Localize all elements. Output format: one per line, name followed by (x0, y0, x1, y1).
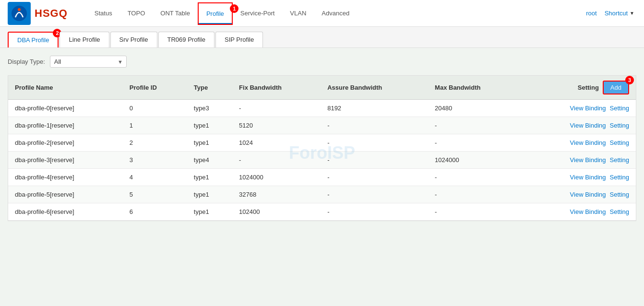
cell-type: type1 (187, 134, 232, 152)
display-type-select[interactable]: All Type1 Type2 Type3 Type4 (50, 56, 127, 68)
col-assure-bandwidth: Assure Bandwidth (321, 76, 428, 100)
view-binding-link[interactable]: View Binding (570, 139, 606, 146)
nav-profile-label: Profile (206, 10, 224, 17)
cell-type: type4 (187, 152, 232, 169)
cell-assure-bandwidth: - (321, 203, 428, 221)
cell-profile-name: dba-profile-6[reserve] (8, 203, 123, 221)
col-profile-name: Profile Name (8, 76, 123, 100)
cell-profile-name: dba-profile-1[reserve] (8, 117, 123, 134)
view-binding-link[interactable]: View Binding (570, 156, 606, 164)
content: Display Type: All Type1 Type2 Type3 Type… (0, 48, 644, 229)
table-row: dba-profile-3[reserve] 3 type4 - - 10240… (8, 152, 636, 169)
sub-tab-srv-profile[interactable]: Srv Profile (110, 32, 157, 47)
setting-link[interactable]: Setting (610, 191, 629, 198)
cell-assure-bandwidth: - (321, 186, 428, 203)
cell-profile-id: 6 (123, 203, 187, 221)
col-setting: Setting Add 3 (521, 76, 636, 100)
table-body: dba-profile-0[reserve] 0 type3 - 8192 20… (8, 100, 636, 221)
cell-type: type3 (187, 100, 232, 117)
cell-profile-id: 1 (123, 117, 187, 134)
dba-profile-label: DBA Profile (17, 36, 49, 44)
header: HSGQ Status TOPO ONT Table Profile 1 Ser… (0, 0, 644, 27)
view-binding-link[interactable]: View Binding (570, 191, 606, 198)
sub-tab-sip-profile[interactable]: SIP Profile (215, 32, 263, 47)
badge-3: 3 (625, 76, 634, 84)
nav-shortcut[interactable]: Shortcut ▼ (603, 10, 636, 17)
nav-item-advanced[interactable]: Advanced (314, 1, 357, 25)
cell-profile-id: 2 (123, 134, 187, 152)
setting-link[interactable]: Setting (610, 208, 629, 215)
logo-icon (8, 2, 31, 25)
cell-fix-bandwidth: 32768 (232, 186, 321, 203)
cell-assure-bandwidth: - (321, 117, 428, 134)
nav-right: root Shortcut ▼ (582, 10, 636, 17)
col-profile-id: Profile ID (123, 76, 187, 100)
cell-max-bandwidth: - (428, 169, 521, 186)
nav-user: root (582, 10, 600, 17)
cell-profile-id: 5 (123, 186, 187, 203)
cell-profile-id: 3 (123, 152, 187, 169)
cell-fix-bandwidth: 102400 (232, 203, 321, 221)
setting-link[interactable]: Setting (610, 105, 629, 112)
setting-col-label: Setting (578, 84, 599, 91)
nav-item-topo[interactable]: TOPO (120, 1, 153, 25)
table-row: dba-profile-6[reserve] 6 type1 102400 - … (8, 203, 636, 221)
sub-tab-tr069-profile[interactable]: TR069 Profile (158, 32, 215, 47)
add-button[interactable]: Add (603, 81, 629, 94)
cell-max-bandwidth: 1024000 (428, 152, 521, 169)
sub-tab-line-profile[interactable]: Line Profile (60, 32, 109, 47)
cell-setting-actions: View Binding Setting (521, 169, 636, 186)
cell-type: type1 (187, 186, 232, 203)
view-binding-link[interactable]: View Binding (570, 122, 606, 129)
cell-setting-actions: View Binding Setting (521, 117, 636, 134)
table-container: Profile Name Profile ID Type Fix Bandwid… (8, 75, 636, 221)
cell-assure-bandwidth: - (321, 152, 428, 169)
cell-fix-bandwidth: - (232, 152, 321, 169)
cell-fix-bandwidth: 5120 (232, 117, 321, 134)
nav-item-status[interactable]: Status (87, 1, 120, 25)
view-binding-link[interactable]: View Binding (570, 208, 606, 215)
cell-max-bandwidth: 20480 (428, 100, 521, 117)
cell-max-bandwidth: - (428, 117, 521, 134)
cell-setting-actions: View Binding Setting (521, 203, 636, 221)
sub-tabs: DBA Profile 2 Line Profile Srv Profile T… (0, 27, 644, 48)
setting-link[interactable]: Setting (610, 122, 629, 129)
badge-1: 1 (230, 4, 239, 13)
col-type: Type (187, 76, 232, 100)
cell-profile-name: dba-profile-0[reserve] (8, 100, 123, 117)
setting-link[interactable]: Setting (610, 139, 629, 146)
view-binding-link[interactable]: View Binding (570, 174, 606, 181)
cell-setting-actions: View Binding Setting (521, 152, 636, 169)
svg-point-1 (18, 8, 21, 11)
view-binding-link[interactable]: View Binding (570, 105, 606, 112)
table-row: dba-profile-5[reserve] 5 type1 32768 - -… (8, 186, 636, 203)
srv-profile-label: Srv Profile (119, 36, 148, 43)
cell-setting-actions: View Binding Setting (521, 100, 636, 117)
shortcut-arrow-icon: ▼ (630, 11, 634, 16)
nav-item-ont-table[interactable]: ONT Table (153, 1, 198, 25)
col-max-bandwidth: Max Bandwidth (428, 76, 521, 100)
cell-assure-bandwidth: 8192 (321, 100, 428, 117)
table-header-row: Profile Name Profile ID Type Fix Bandwid… (8, 76, 636, 100)
cell-assure-bandwidth: - (321, 134, 428, 152)
table-row: dba-profile-0[reserve] 0 type3 - 8192 20… (8, 100, 636, 117)
cell-max-bandwidth: - (428, 186, 521, 203)
nav-item-profile[interactable]: Profile 1 (198, 2, 233, 25)
svg-point-0 (12, 6, 27, 21)
display-type-select-wrapper: All Type1 Type2 Type3 Type4 ▼ (50, 56, 127, 68)
setting-link[interactable]: Setting (610, 156, 629, 164)
cell-assure-bandwidth: - (321, 169, 428, 186)
nav-item-vlan[interactable]: VLAN (282, 1, 314, 25)
table-row: dba-profile-4[reserve] 4 type1 1024000 -… (8, 169, 636, 186)
nav-item-service-port[interactable]: Service-Port (233, 1, 283, 25)
cell-profile-id: 4 (123, 169, 187, 186)
logo-text: HSGQ (35, 7, 68, 20)
display-type-row: Display Type: All Type1 Type2 Type3 Type… (8, 56, 636, 68)
dba-profile-table: Profile Name Profile ID Type Fix Bandwid… (8, 76, 636, 221)
sub-tab-dba-profile[interactable]: DBA Profile 2 (8, 32, 59, 47)
setting-link[interactable]: Setting (610, 174, 629, 181)
cell-type: type1 (187, 169, 232, 186)
cell-max-bandwidth: - (428, 134, 521, 152)
logo-area: HSGQ (8, 2, 68, 25)
cell-fix-bandwidth: 1024000 (232, 169, 321, 186)
